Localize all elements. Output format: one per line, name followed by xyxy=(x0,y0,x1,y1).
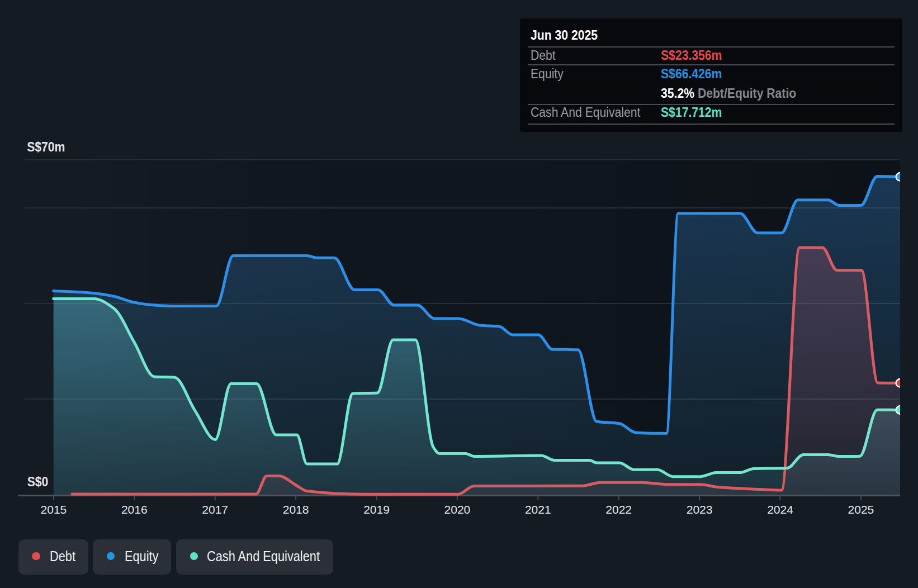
svg-text:2020: 2020 xyxy=(444,503,471,516)
svg-text:2017: 2017 xyxy=(202,503,228,516)
svg-text:2022: 2022 xyxy=(605,503,632,516)
svg-text:2021: 2021 xyxy=(525,503,551,516)
svg-text:2015: 2015 xyxy=(41,503,67,516)
svg-text:2025: 2025 xyxy=(848,503,874,516)
svg-text:2023: 2023 xyxy=(687,503,713,516)
svg-text:2024: 2024 xyxy=(767,503,793,516)
svg-text:2016: 2016 xyxy=(121,503,148,516)
svg-text:2019: 2019 xyxy=(363,503,390,516)
svg-text:2018: 2018 xyxy=(283,503,309,516)
svg-text:S$70m: S$70m xyxy=(27,140,65,154)
svg-text:S$0: S$0 xyxy=(27,475,49,489)
